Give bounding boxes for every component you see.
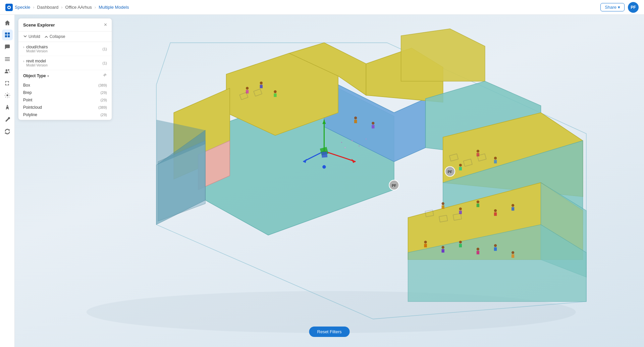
reset-filters-button[interactable]: Reset Filters (309, 327, 350, 337)
svg-point-60 (459, 207, 462, 210)
people-icon[interactable] (2, 66, 13, 77)
svg-point-74 (477, 248, 479, 250)
filter-name: Box (23, 83, 30, 88)
share-button[interactable]: Share ▾ (600, 3, 625, 11)
svg-rect-55 (494, 160, 497, 163)
panel-close-button[interactable]: × (104, 22, 107, 28)
filter-count: (29) (100, 113, 107, 117)
top-navigation: Speckle › Dashboard › Office AArhus › Mu… (0, 0, 644, 15)
svg-rect-7 (5, 59, 9, 59)
filter-chevron-icon: ▾ (47, 74, 49, 78)
svg-rect-59 (442, 205, 444, 209)
svg-rect-4 (5, 35, 7, 37)
filter-item[interactable]: Polyline (29) (23, 111, 107, 118)
panel-actions: Unfold Collapse (18, 32, 112, 42)
svg-rect-49 (354, 120, 357, 123)
models-icon[interactable] (2, 30, 13, 40)
home-icon[interactable] (2, 17, 13, 28)
filter-name: Pointcloud (23, 105, 42, 110)
model-item[interactable]: › revit model Model Version (1) (18, 56, 112, 70)
refresh-icon[interactable] (2, 126, 13, 137)
svg-point-66 (512, 204, 514, 207)
figure-icon[interactable] (2, 102, 13, 113)
svg-rect-63 (477, 204, 479, 207)
svg-point-54 (494, 157, 497, 159)
scene-explorer-panel: Scene Explorer × Unfold Collapse › cloud… (18, 18, 112, 120)
filter-name: Polyline (23, 112, 37, 117)
svg-rect-77 (494, 247, 497, 251)
filter-item[interactable]: Point (29) (23, 96, 107, 104)
svg-text:PF: PF (448, 170, 452, 174)
svg-point-78 (512, 251, 514, 254)
model-chevron-icon: › (23, 59, 24, 63)
svg-point-56 (459, 164, 462, 166)
filter-section: Object Type ▾ Box (389) Brep (29) Point … (18, 70, 112, 120)
svg-marker-21 (401, 29, 485, 81)
list-icon[interactable] (2, 54, 13, 64)
model-count: (1) (103, 61, 107, 65)
collapse-button[interactable]: Collapse (44, 34, 65, 39)
filter-header: Object Type ▾ (23, 73, 107, 79)
model-count: (1) (103, 47, 107, 51)
breadcrumb-office[interactable]: Office AArhus (65, 5, 92, 10)
filter-pin-icon[interactable] (102, 73, 107, 79)
model-item[interactable]: › cloud/chairs Model Version (1) (18, 42, 112, 56)
comments-icon[interactable] (2, 42, 13, 52)
svg-point-10 (8, 69, 9, 71)
svg-rect-5 (7, 35, 9, 37)
svg-point-76 (494, 244, 497, 247)
model-list: › cloud/chairs Model Version (1) › revit… (18, 42, 112, 70)
sidebar-icons (0, 15, 15, 347)
svg-rect-73 (459, 244, 462, 247)
svg-rect-45 (260, 85, 263, 88)
filter-count: (389) (98, 83, 107, 87)
speckle-logo[interactable] (5, 4, 13, 11)
svg-rect-67 (512, 207, 514, 210)
svg-rect-69 (424, 244, 427, 247)
svg-point-72 (459, 241, 462, 243)
sun-icon[interactable] (2, 90, 13, 101)
svg-point-64 (494, 209, 497, 212)
svg-point-44 (260, 82, 263, 84)
breadcrumb: Speckle › Dashboard › Office AArhus › Mu… (5, 4, 129, 11)
svg-text:PF: PF (392, 184, 396, 188)
panel-header: Scene Explorer × (18, 18, 112, 32)
svg-rect-71 (442, 249, 444, 252)
expand-icon[interactable] (2, 78, 13, 89)
user-avatar[interactable]: PF (628, 2, 639, 13)
svg-point-82 (344, 147, 346, 148)
unfold-button[interactable]: Unfold (23, 34, 40, 39)
svg-point-52 (477, 150, 479, 152)
filter-title: Object Type (23, 73, 46, 78)
breadcrumb-current: Multiple Models (99, 5, 129, 10)
svg-rect-75 (477, 251, 479, 254)
model-chevron-icon: › (23, 45, 24, 49)
svg-point-58 (442, 202, 444, 205)
model-name: cloud/chairs (26, 45, 48, 49)
svg-point-11 (6, 94, 8, 96)
filter-name: Point (23, 98, 32, 102)
filter-count: (29) (100, 98, 107, 102)
filter-item[interactable]: Pointcloud (389) (23, 104, 107, 111)
model-name: revit model (26, 59, 47, 63)
filter-item[interactable]: Box (389) (23, 82, 107, 89)
svg-point-62 (477, 200, 479, 203)
svg-point-1 (8, 6, 10, 8)
svg-point-9 (5, 69, 7, 71)
svg-rect-57 (459, 167, 462, 170)
model-sub: Model Version (26, 63, 47, 67)
svg-point-46 (274, 90, 276, 93)
breadcrumb-dashboard[interactable]: Dashboard (37, 5, 59, 10)
svg-point-83 (366, 138, 367, 139)
svg-point-50 (372, 122, 374, 125)
filter-count: (29) (100, 91, 107, 95)
breadcrumb-speckle[interactable]: Speckle (15, 5, 30, 10)
svg-point-68 (424, 241, 427, 243)
filter-items: Box (389) Brep (29) Point (29) Pointclou… (23, 82, 107, 118)
tools-icon[interactable] (2, 114, 13, 125)
svg-rect-47 (274, 93, 276, 97)
filter-item[interactable]: Brep (29) (23, 89, 107, 96)
svg-rect-6 (5, 57, 9, 58)
svg-point-81 (359, 145, 360, 146)
svg-point-70 (442, 246, 444, 249)
